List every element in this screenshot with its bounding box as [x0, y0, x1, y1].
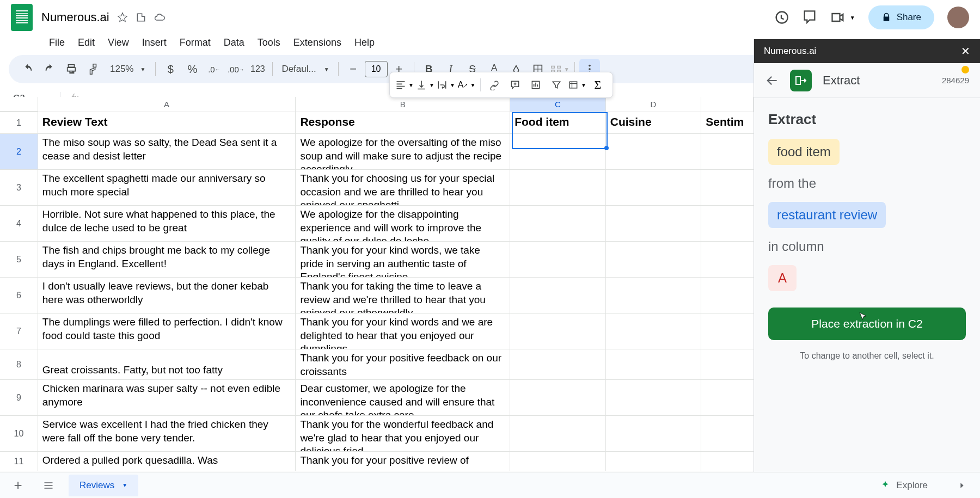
col-header-d[interactable]: D: [606, 97, 702, 112]
menu-view[interactable]: View: [102, 35, 134, 51]
cell-e7[interactable]: [701, 313, 754, 349]
functions-button[interactable]: Σ: [589, 76, 607, 94]
increase-decimal-button[interactable]: .00→: [225, 59, 246, 79]
cell-a3[interactable]: The excellent spaghetti made our anniver…: [38, 170, 296, 205]
cell-e5[interactable]: [701, 242, 754, 277]
insert-comment-button[interactable]: [506, 76, 524, 94]
cell-b4[interactable]: We apologize for the disappointing exper…: [296, 206, 510, 241]
font-size-input[interactable]: 10: [365, 61, 388, 77]
cell-e10[interactable]: [701, 416, 754, 451]
paint-format-button[interactable]: [83, 59, 103, 79]
cell-e9[interactable]: [701, 380, 754, 415]
sheets-logo[interactable]: [11, 4, 33, 31]
cell-d5[interactable]: [606, 242, 702, 277]
cell-a6[interactable]: I don't usually leave reviews, but the d…: [38, 278, 296, 313]
cell-a4[interactable]: Horrible. Not sure what happened to this…: [38, 206, 296, 241]
row-header-2[interactable]: 2: [0, 134, 38, 169]
cell-b1[interactable]: Response: [296, 112, 510, 133]
menu-file[interactable]: File: [44, 35, 70, 51]
cell-c1[interactable]: Food item: [510, 112, 606, 133]
cell-c10[interactable]: [510, 416, 606, 451]
row-header-6[interactable]: 6: [0, 278, 38, 313]
decrease-font-button[interactable]: −: [343, 59, 364, 79]
redo-button[interactable]: [39, 59, 60, 79]
cell-e11[interactable]: [701, 452, 754, 471]
menu-edit[interactable]: Edit: [72, 35, 100, 51]
row-header-4[interactable]: 4: [0, 206, 38, 241]
spreadsheet-grid[interactable]: A B C D 1 Review Text Response Food item…: [0, 97, 754, 472]
cell-b10[interactable]: Thank you for the wonderful feedback and…: [296, 416, 510, 451]
row-header-10[interactable]: 10: [0, 416, 38, 451]
cell-e8[interactable]: [701, 349, 754, 379]
decrease-decimal-button[interactable]: .0←: [204, 59, 224, 79]
font-select[interactable]: Defaul...▼: [277, 64, 333, 75]
row-header-11[interactable]: 11: [0, 452, 38, 471]
cell-e1[interactable]: Sentim: [701, 112, 754, 133]
col-header-b[interactable]: B: [296, 97, 510, 112]
menu-insert[interactable]: Insert: [137, 35, 172, 51]
cell-b3[interactable]: Thank you for choosing us for your speci…: [296, 170, 510, 205]
link-button[interactable]: [485, 76, 504, 94]
cell-d11[interactable]: [606, 452, 702, 471]
cell-d8[interactable]: [606, 349, 702, 379]
back-icon[interactable]: [765, 73, 779, 88]
cell-a7[interactable]: The dumplings were filled to perfection.…: [38, 313, 296, 349]
extract-column-chip[interactable]: A: [768, 265, 797, 291]
add-sheet-button[interactable]: +: [8, 475, 28, 496]
cell-c11[interactable]: [510, 452, 606, 471]
row-header-1[interactable]: 1: [0, 112, 38, 133]
cell-c5[interactable]: [510, 242, 606, 277]
zoom-select[interactable]: 125%▼: [105, 64, 151, 75]
wrap-button[interactable]: ▼: [437, 76, 455, 94]
cell-b5[interactable]: Thank you for your kind words, we take p…: [296, 242, 510, 277]
meet-dropdown-button[interactable]: ▼: [830, 10, 855, 25]
col-header-c[interactable]: C: [510, 97, 606, 112]
percent-button[interactable]: %: [182, 59, 203, 79]
sheet-tab-reviews[interactable]: Reviews▼: [69, 475, 138, 496]
close-icon[interactable]: ✕: [961, 45, 970, 58]
cell-c6[interactable]: [510, 278, 606, 313]
cell-c8[interactable]: [510, 349, 606, 379]
row-header-5[interactable]: 5: [0, 242, 38, 277]
cell-d4[interactable]: [606, 206, 702, 241]
rotate-button[interactable]: A↗▼: [457, 76, 476, 94]
cell-c4[interactable]: [510, 206, 606, 241]
cell-e6[interactable]: [701, 278, 754, 313]
cell-a10[interactable]: Service was excellent I had the fried ch…: [38, 416, 296, 451]
cell-c2[interactable]: [510, 134, 606, 169]
cell-a1[interactable]: Review Text: [38, 112, 296, 133]
star-icon[interactable]: [117, 12, 128, 23]
row-header-9[interactable]: 9: [0, 380, 38, 415]
col-header-e[interactable]: [701, 97, 754, 112]
cell-d3[interactable]: [606, 170, 702, 205]
cell-d7[interactable]: [606, 313, 702, 349]
menu-extensions[interactable]: Extensions: [288, 35, 347, 51]
menu-data[interactable]: Data: [218, 35, 250, 51]
cell-d2[interactable]: [606, 134, 702, 169]
comment-icon[interactable]: [802, 10, 817, 25]
side-panel-toggle[interactable]: [952, 475, 972, 496]
cell-b8[interactable]: Thank you for your positive feedback on …: [296, 349, 510, 379]
history-icon[interactable]: [774, 10, 789, 25]
cell-e4[interactable]: [701, 206, 754, 241]
cell-c9[interactable]: [510, 380, 606, 415]
menu-tools[interactable]: Tools: [252, 35, 286, 51]
currency-button[interactable]: $: [160, 59, 181, 79]
select-all-corner[interactable]: [0, 97, 38, 112]
cell-b9[interactable]: Dear customer, we apologize for the inco…: [296, 380, 510, 415]
undo-button[interactable]: [17, 59, 38, 79]
cell-a9[interactable]: Chicken marinara was super salty -- not …: [38, 380, 296, 415]
insert-chart-button[interactable]: [526, 76, 545, 94]
cell-e2[interactable]: [701, 134, 754, 169]
cell-c7[interactable]: [510, 313, 606, 349]
move-icon[interactable]: [136, 12, 146, 23]
cell-e3[interactable]: [701, 170, 754, 205]
row-header-8[interactable]: 8: [0, 349, 38, 379]
menu-help[interactable]: Help: [349, 35, 380, 51]
place-extraction-button[interactable]: Place extraction in C2: [768, 308, 966, 340]
cell-a5[interactable]: The fish and chips brought me back to my…: [38, 242, 296, 277]
cell-d6[interactable]: [606, 278, 702, 313]
valign-button[interactable]: ▼: [416, 76, 434, 94]
extract-target-chip[interactable]: food item: [768, 139, 840, 165]
row-header-3[interactable]: 3: [0, 170, 38, 205]
